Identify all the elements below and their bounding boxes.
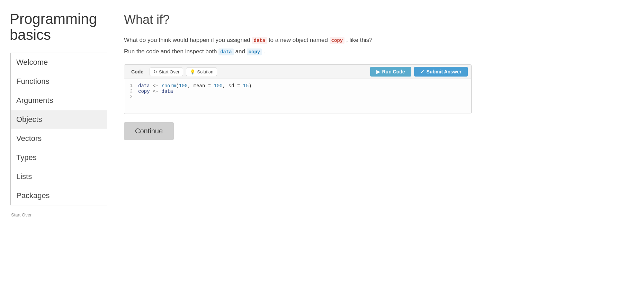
inline-code-copy-2: copy [247,48,262,55]
line-content-1: data <- rnorm(100, mean = 100, sd = 15) [138,83,471,89]
description-line2: Run the code and then inspect both data … [124,47,472,56]
sidebar-item-arguments[interactable]: Arguments [10,91,107,110]
code-body[interactable]: 1 data <- rnorm(100, mean = 100, sd = 15… [124,79,471,114]
sidebar-item-types[interactable]: Types [10,148,107,167]
code-tab[interactable]: Code [128,68,147,76]
sidebar-item-vectors[interactable]: Vectors [10,129,107,148]
inline-code-data-1: data [252,37,267,44]
code-line-1: 1 data <- rnorm(100, mean = 100, sd = 15… [124,83,471,89]
start-over-button[interactable]: ↻ Start Over [150,68,183,76]
code-line-2: 2 copy <- data [124,89,471,94]
editor-toolbar: Code ↻ Start Over 💡 Solution ▶ Run Code … [124,65,471,79]
lesson-title: What if? [124,12,472,27]
run-code-button[interactable]: ▶ Run Code [370,67,411,77]
check-icon: ✓ [420,69,424,74]
toolbar-right: ▶ Run Code ✓ Submit Answer [370,67,468,77]
code-editor: Code ↻ Start Over 💡 Solution ▶ Run Code … [124,64,472,114]
play-icon: ▶ [376,69,380,74]
submit-answer-button[interactable]: ✓ Submit Answer [414,67,468,77]
sidebar-item-lists[interactable]: Lists [10,167,107,186]
main-content: What if? What do you think would happen … [107,0,488,302]
sidebar-item-functions[interactable]: Functions [10,72,107,91]
line-number-3: 3 [124,94,138,99]
continue-button[interactable]: Continue [124,122,174,140]
inline-code-data-2: data [218,48,234,55]
app-title: Programming basics [10,11,107,43]
nav-list: Welcome Functions Arguments Objects Vect… [10,53,107,205]
sidebar-item-objects[interactable]: Objects [10,110,107,129]
refresh-icon: ↻ [153,69,157,74]
solution-button[interactable]: 💡 Solution [186,68,217,76]
line-content-3 [138,94,471,100]
start-over-link[interactable]: Start Over [10,212,107,217]
description: What do you think would happen if you as… [124,35,472,56]
sidebar: Programming basics Welcome Functions Arg… [0,0,107,302]
line-content-2: copy <- data [138,89,471,94]
line-number-1: 1 [124,83,138,88]
line-number-2: 2 [124,89,138,94]
sidebar-item-welcome[interactable]: Welcome [10,53,107,72]
code-line-3: 3 [124,94,471,100]
sidebar-item-packages[interactable]: Packages [10,186,107,205]
inline-code-copy-1: copy [330,37,345,44]
lightbulb-icon: 💡 [190,69,195,74]
description-line1: What do you think would happen if you as… [124,35,472,45]
